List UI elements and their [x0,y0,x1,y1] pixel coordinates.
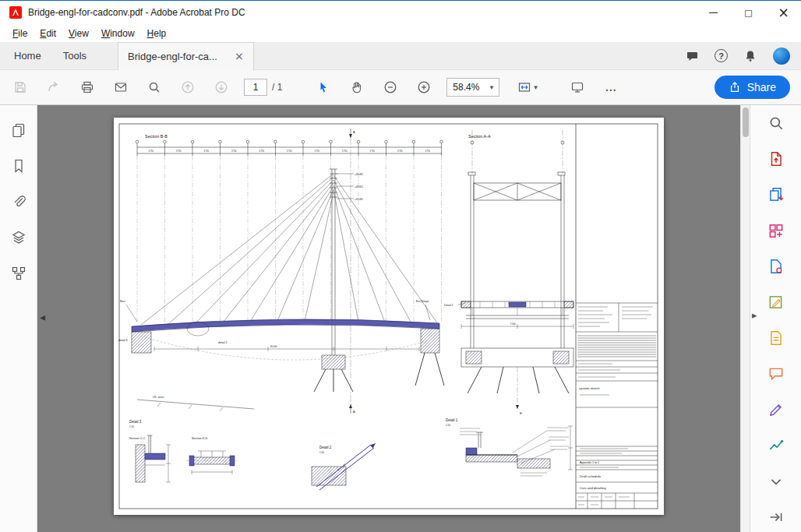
detail-views [136,426,573,490]
document-tab[interactable]: Bridge-engl-for-ca... × [118,42,254,70]
svg-text:7.500: 7.500 [510,322,516,326]
organize-pages-button[interactable] [767,222,785,239]
tab-bar: Home Tools Bridge-engl-for-ca... × ? [0,42,801,70]
svg-text:3.750: 3.750 [259,150,265,153]
previous-page-button[interactable] [177,76,199,98]
save-button[interactable] [9,76,31,98]
page-thumbnails-button[interactable] [11,122,26,138]
page-navigation: / 1 [244,79,282,96]
combine-files-button[interactable] [767,186,785,203]
section-bb-view [126,129,444,414]
more-tools-button[interactable] [767,437,785,454]
svg-text:3.750: 3.750 [287,150,292,153]
email-button[interactable] [110,76,132,98]
signature-file-icon [767,329,785,347]
svg-text:Draft schedule: Draft schedule [580,474,602,478]
close-button[interactable]: × [766,1,801,24]
save-icon [13,80,27,94]
svg-text:1:50: 1:50 [129,425,134,428]
document-canvas: ◂ [37,105,740,532]
svg-text:system sketch: system sketch [579,386,600,390]
layers-button[interactable] [11,230,26,245]
menu-help[interactable]: Help [141,26,173,41]
section-aa-labels: Section A-A 7.500 Detail 1 B [444,134,522,415]
detail-labels: Detail 3 1:50 Section C-C Section D-D De… [129,418,458,454]
acrobat-pdf-icon [9,6,22,19]
email-icon [114,80,128,94]
attachments-button[interactable] [11,194,26,210]
request-signatures-button[interactable] [767,329,785,347]
combine-files-icon [767,186,785,203]
menu-edit[interactable]: Edit [34,26,62,41]
svg-text:Detail 2: Detail 2 [319,446,332,449]
left-navigation-rail [0,105,37,532]
notifications-bell-icon[interactable] [743,49,757,63]
menu-view[interactable]: View [62,26,95,41]
presentation-screen-icon [570,80,584,94]
select-tool-button[interactable] [312,76,334,98]
comments-icon[interactable] [685,49,699,63]
svg-text:Detail 1: Detail 1 [446,418,458,422]
display-settings-button[interactable] [566,76,588,98]
bridge-drawing: system sketch Appendix 1 to 1 Draft sche… [114,118,664,515]
search-tool-button[interactable] [767,115,785,132]
maximize-button[interactable]: □ [731,1,766,24]
title-bar: Bridge-engl-for-cadconv.pdf - Adobe Acro… [0,1,801,24]
vertical-scrollbar[interactable] [740,105,750,532]
page-number-input[interactable] [244,79,267,96]
minimize-button[interactable]: — [696,1,731,24]
edit-pdf-button[interactable] [767,294,785,311]
svg-text:Section D-D: Section D-D [192,437,208,440]
export-pdf-button[interactable] [767,150,785,167]
collapse-left-panel-icon[interactable]: ◂ [40,311,45,323]
svg-text:A: A [353,410,355,414]
zoom-level-dropdown[interactable]: 58.4% ▾ [446,78,499,97]
next-page-button[interactable] [210,76,232,98]
user-avatar[interactable] [773,48,790,65]
share-button[interactable]: Share [715,76,790,99]
export-pdf-icon [767,150,785,167]
svg-text:3.750: 3.750 [397,150,403,153]
menu-window[interactable]: Window [95,26,141,41]
zoom-in-icon [417,80,431,94]
expand-right-panel-icon[interactable]: ▸ [752,309,757,321]
more-tools-button[interactable]: ... [600,76,622,98]
fill-sign-pen-icon [767,401,785,418]
document-tab-close-icon[interactable]: × [235,50,244,62]
comment-bubble-icon [767,365,785,382]
chevron-down-icon: ▾ [490,83,494,91]
find-button[interactable] [143,76,165,98]
chevron-down-icon [767,473,785,490]
svg-text:1:20: 1:20 [446,424,450,427]
bookmarks-button[interactable] [11,158,26,174]
menu-file[interactable]: File [6,26,34,41]
zoom-out-button[interactable] [379,76,401,98]
search-icon [147,80,161,94]
open-tools-pane-button[interactable] [767,509,785,526]
svg-text:A: A [353,130,355,134]
help-icon[interactable]: ? [715,49,728,62]
tab-home[interactable]: Home [3,42,52,69]
send-file-button[interactable] [43,76,65,98]
scroll-panel-down-button[interactable] [767,473,785,490]
print-button[interactable] [76,76,98,98]
select-arrow-icon [316,80,330,94]
content-tree-button[interactable] [11,266,26,281]
scrollbar-thumb[interactable] [743,107,749,137]
print-icon [80,80,94,94]
hand-tool-button[interactable] [346,76,368,98]
bridge-deck [132,319,439,332]
svg-text:3.750: 3.750 [315,150,320,153]
share-icon [729,81,741,93]
create-pdf-button[interactable] [767,258,785,275]
fill-sign-button[interactable] [767,401,785,418]
create-pdf-icon [767,258,785,275]
zoom-in-button[interactable] [413,76,435,98]
svg-text:Mast: Mast [120,300,125,303]
search-icon [767,115,785,132]
comment-tool-button[interactable] [767,365,785,382]
fit-width-button[interactable]: ▾ [517,80,545,94]
tab-tools[interactable]: Tools [52,42,97,69]
svg-text:Section A-A: Section A-A [468,134,491,139]
svg-text:Exit (Steige): Exit (Steige) [416,300,429,303]
